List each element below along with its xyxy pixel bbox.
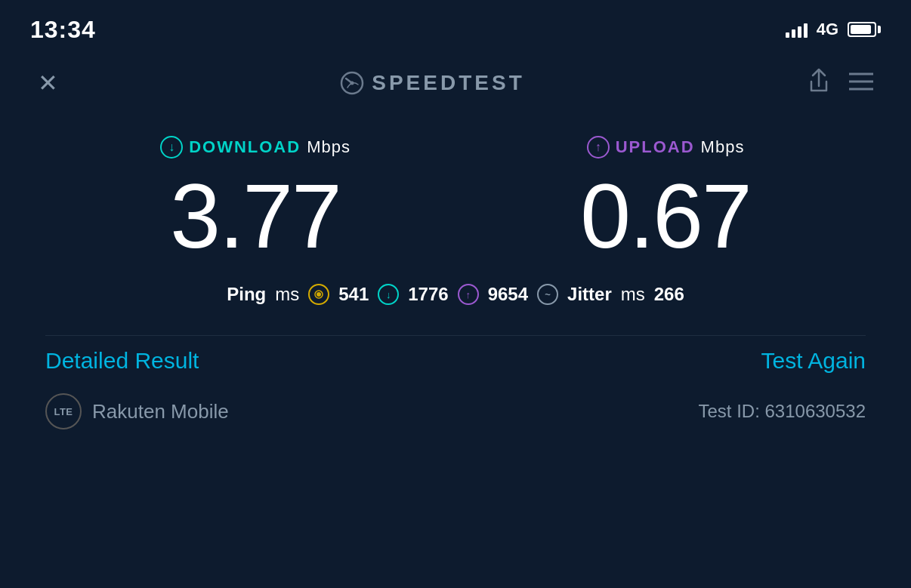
logo-text: SPEEDTEST	[372, 71, 524, 95]
battery-icon	[848, 22, 881, 37]
ping-label: Ping	[227, 284, 266, 305]
ping-base-icon	[308, 284, 329, 305]
upload-label-text: UPLOAD	[616, 137, 695, 157]
signal-bars-icon	[786, 21, 808, 38]
carrier-name: Rakuten Mobile	[92, 400, 229, 423]
carrier-info: LTE Rakuten Mobile	[45, 393, 229, 429]
download-label-text: DOWNLOAD	[189, 137, 301, 157]
bottom-row: Detailed Result Test Again	[45, 348, 866, 386]
detailed-result-link[interactable]: Detailed Result	[45, 348, 199, 374]
share-button[interactable]	[807, 68, 831, 98]
download-icon: ↓	[160, 136, 183, 159]
logo-container: SPEEDTEST	[340, 71, 524, 95]
jitter-unit: ms	[621, 284, 645, 305]
jitter-icon: ~	[537, 284, 558, 305]
test-id: Test ID: 6310630532	[699, 401, 866, 422]
ping-download-value: 1776	[408, 284, 448, 305]
speedtest-logo-icon	[340, 71, 364, 95]
ping-unit: ms	[275, 284, 299, 305]
upload-label: ↑ UPLOAD Mbps	[587, 136, 745, 159]
header-actions	[807, 68, 873, 98]
status-bar: 13:34 4G	[0, 0, 911, 53]
upload-value: 0.67	[580, 171, 751, 261]
ping-upload-value: 9654	[488, 284, 528, 305]
download-unit: Mbps	[307, 137, 351, 157]
jitter-value: 266	[654, 284, 684, 305]
ping-row: Ping ms 541 ↓ 1776 ↑ 9654 ~ Jitter ms 26…	[45, 284, 866, 305]
status-time: 13:34	[30, 16, 96, 44]
status-icons: 4G	[786, 20, 881, 39]
main-content: ↓ DOWNLOAD Mbps 3.77 ↑ UPLOAD Mbps 0.67 …	[0, 113, 911, 445]
lte-badge: LTE	[45, 393, 82, 429]
ping-upload-icon: ↑	[458, 284, 479, 305]
network-type: 4G	[817, 20, 838, 39]
footer-row: LTE Rakuten Mobile Test ID: 6310630532	[45, 386, 866, 429]
ping-download-icon: ↓	[378, 284, 399, 305]
jitter-label: Jitter	[567, 284, 612, 305]
menu-button[interactable]	[849, 72, 873, 94]
upload-unit: Mbps	[701, 137, 745, 157]
ping-base-value: 541	[338, 284, 369, 305]
upload-icon: ↑	[587, 136, 610, 159]
test-again-link[interactable]: Test Again	[761, 348, 866, 374]
upload-section: ↑ UPLOAD Mbps 0.67	[580, 136, 751, 261]
download-value: 3.77	[170, 171, 341, 261]
divider	[45, 335, 866, 336]
svg-point-5	[317, 292, 321, 297]
download-section: ↓ DOWNLOAD Mbps 3.77	[160, 136, 351, 261]
close-button[interactable]: ✕	[38, 71, 58, 95]
download-label: ↓ DOWNLOAD Mbps	[160, 136, 351, 159]
speeds-container: ↓ DOWNLOAD Mbps 3.77 ↑ UPLOAD Mbps 0.67	[45, 136, 866, 261]
header: ✕ SPEEDTEST	[0, 53, 911, 113]
